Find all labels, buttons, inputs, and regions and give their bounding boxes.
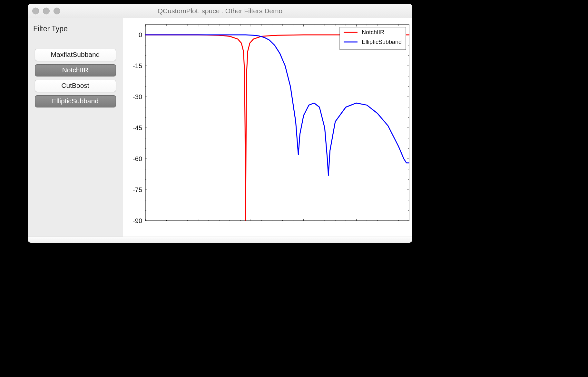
svg-text:-30: -30: [133, 93, 142, 100]
filter-type-label: Filter Type: [33, 25, 118, 33]
titlebar: QCustomPlot: spuce : Other Filters Demo: [28, 4, 412, 18]
svg-rect-103: [145, 221, 409, 237]
svg-text:-90: -90: [133, 217, 142, 224]
svg-text:-15: -15: [133, 62, 142, 69]
svg-text:EllipticSubband: EllipticSubband: [362, 39, 402, 45]
app-window: QCustomPlot: spuce : Other Filters Demo …: [28, 4, 412, 243]
svg-text:0: 0: [139, 31, 142, 38]
filter-button-notchiir[interactable]: NotchIIR: [35, 64, 116, 76]
svg-text:-45: -45: [133, 124, 142, 131]
close-icon[interactable]: [32, 8, 39, 15]
filter-button-cutboost[interactable]: CutBoost: [35, 80, 116, 92]
chart-canvas: 0-15-30-45-60-75-900.000.100.200.300.40N…: [123, 18, 412, 237]
window-controls: [32, 8, 60, 15]
svg-text:NotchIIR: NotchIIR: [362, 29, 384, 36]
svg-rect-0: [145, 25, 409, 221]
status-bar: [28, 237, 412, 243]
window-title: QCustomPlot: spuce : Other Filters Demo: [28, 7, 412, 15]
filter-button-list: MaxflatSubbandNotchIIRCutBoostEllipticSu…: [32, 49, 118, 107]
svg-text:-75: -75: [133, 186, 142, 193]
minimize-icon[interactable]: [43, 8, 50, 15]
plot-area[interactable]: 0-15-30-45-60-75-900.000.100.200.300.40N…: [123, 18, 412, 237]
content-area: Filter Type MaxflatSubbandNotchIIRCutBoo…: [28, 18, 412, 237]
zoom-icon[interactable]: [54, 8, 60, 15]
sidebar: Filter Type MaxflatSubbandNotchIIRCutBoo…: [28, 18, 123, 237]
filter-button-maxflatsubband[interactable]: MaxflatSubband: [35, 49, 116, 61]
svg-text:-60: -60: [133, 155, 142, 162]
filter-button-ellipticsubband[interactable]: EllipticSubband: [35, 95, 116, 107]
